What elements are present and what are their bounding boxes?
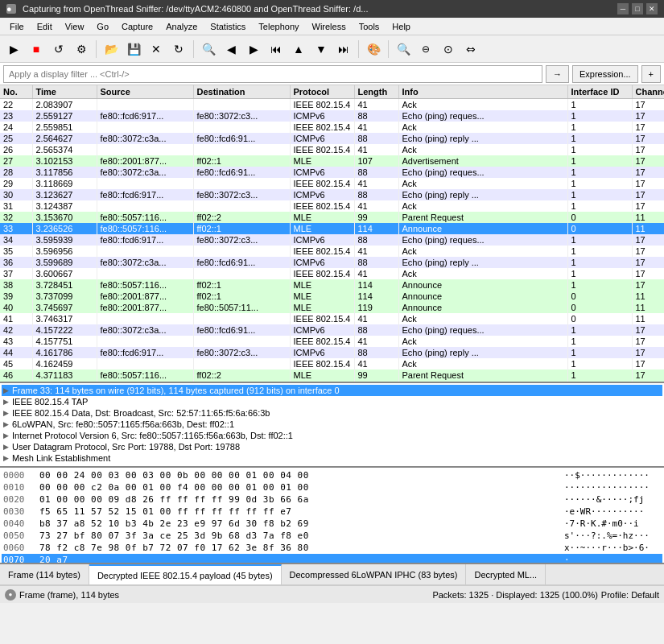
col-header-length[interactable]: Length xyxy=(354,85,398,99)
goto-first-button[interactable]: ⏮ xyxy=(266,39,287,60)
detail-row[interactable]: ▶IEEE 802.15.4 TAP xyxy=(2,396,662,407)
table-row[interactable]: 353.596956IEEE 802.15.441Ack117 xyxy=(0,246,664,257)
table-row[interactable]: 262.565374IEEE 802.15.441Ack117 xyxy=(0,144,664,155)
close-button[interactable]: ✕ xyxy=(646,3,658,14)
maximize-button[interactable]: □ xyxy=(632,3,643,14)
hex-row[interactable]: 001000 00 00 c2 0a 00 01 00 f4 00 00 00 … xyxy=(2,481,662,493)
goto-last-button[interactable]: ⏭ xyxy=(333,39,354,60)
next-packet-button[interactable]: ▶ xyxy=(243,39,264,60)
table-row[interactable]: 293.118669IEEE 802.15.441Ack117 xyxy=(0,178,664,189)
minimize-button[interactable]: ─ xyxy=(617,3,629,14)
col-header-channel[interactable]: Channel xyxy=(632,85,664,99)
col-header-info[interactable]: Info xyxy=(398,85,567,99)
filter-bar: → Expression... + xyxy=(0,63,664,85)
table-cell: 17 xyxy=(632,155,664,167)
table-row[interactable]: 333.236526fe80::5057:116...ff02::1MLE114… xyxy=(0,223,664,234)
zoom-reset-button[interactable]: ⊙ xyxy=(438,39,459,60)
table-row[interactable]: 242.559851IEEE 802.15.441Ack117 xyxy=(0,122,664,133)
reload-button[interactable]: ↻ xyxy=(168,39,189,60)
hex-row[interactable]: 006078 f2 c8 7e 98 0f b7 72 07 f0 17 62 … xyxy=(2,542,662,554)
col-header-time[interactable]: Time xyxy=(32,85,97,99)
detail-row[interactable]: ▶IEEE 802.15.4 Data, Dst: Broadcast, Src… xyxy=(2,407,662,419)
table-row[interactable]: 393.737099fe80::2001:877...ff02::1MLE114… xyxy=(0,291,664,302)
menu-item-analyze[interactable]: Analyze xyxy=(159,20,204,33)
table-row[interactable]: 413.746317IEEE 802.15.441Ack011 xyxy=(0,313,664,324)
detail-row[interactable]: ▶Mesh Link Establishment xyxy=(2,452,662,464)
start-capture-button[interactable]: ▶ xyxy=(3,39,24,60)
bottom-tab[interactable]: Decrypted IEEE 802.15.4 payload (45 byte… xyxy=(89,564,282,584)
table-row[interactable]: 283.117856fe80::3072:c3a...fe80::fcd6:91… xyxy=(0,167,664,178)
col-header-protocol[interactable]: Protocol xyxy=(290,85,354,99)
table-row[interactable]: 363.599689fe80::3072:c3a...fe80::fcd6:91… xyxy=(0,257,664,268)
detail-row[interactable]: ▶User Datagram Protocol, Src Port: 19788… xyxy=(2,441,662,452)
menu-item-statistics[interactable]: Statistics xyxy=(204,20,252,33)
table-row[interactable]: 373.600667IEEE 802.15.441Ack117 xyxy=(0,268,664,279)
restart-capture-button[interactable]: ↺ xyxy=(48,39,69,60)
table-cell: IEEE 802.15.4 xyxy=(290,178,354,189)
detail-arrow-icon: ▶ xyxy=(3,409,9,417)
resize-cols-button[interactable]: ⇔ xyxy=(460,39,481,60)
menu-item-tools[interactable]: Tools xyxy=(353,20,386,33)
hex-row[interactable]: 000000 00 24 00 03 00 03 00 0b 00 00 00 … xyxy=(2,469,662,481)
table-row[interactable]: 222.083907IEEE 802.15.441Ack117 xyxy=(0,99,664,111)
close-file-button[interactable]: ✕ xyxy=(146,39,167,60)
stop-capture-button[interactable]: ■ xyxy=(26,39,47,60)
add-filter-button[interactable]: + xyxy=(641,65,661,83)
table-row[interactable]: 444.161786fe80::fcd6:917...fe80::3072:c3… xyxy=(0,347,664,358)
table-row[interactable]: 424.157222fe80::3072:c3a...fe80::fcd6:91… xyxy=(0,324,664,336)
hex-row[interactable]: 0030f5 65 11 57 52 15 01 00 ff ff ff ff … xyxy=(2,506,662,518)
table-row[interactable]: 343.595939fe80::fcd6:917...fe80::3072:c3… xyxy=(0,234,664,246)
table-row[interactable]: 273.102153fe80::2001:877...ff02::1MLE107… xyxy=(0,155,664,167)
hex-row[interactable]: 007020 a7 · xyxy=(2,554,662,564)
table-row[interactable]: 454.162459IEEE 802.15.441Ack117 xyxy=(0,358,664,369)
col-header-destination[interactable]: Destination xyxy=(193,85,290,99)
table-row[interactable]: 464.371183fe80::5057:116...ff02::2MLE99P… xyxy=(0,369,664,381)
col-header-no[interactable]: No. xyxy=(0,85,32,99)
filter-input[interactable] xyxy=(3,65,542,83)
col-header-interface[interactable]: Interface ID xyxy=(567,85,632,99)
table-cell xyxy=(97,122,193,133)
table-row[interactable]: 323.153670fe80::5057:116...ff02::2MLE99P… xyxy=(0,212,664,223)
hex-row[interactable]: 002001 00 00 00 09 d8 26 ff ff ff ff 99 … xyxy=(2,493,662,506)
menu-item-wireless[interactable]: Wireless xyxy=(306,20,353,33)
table-cell: 88 xyxy=(354,257,398,268)
zoom-out-button[interactable]: ⊖ xyxy=(415,39,436,60)
goto-next-button[interactable]: ▼ xyxy=(311,39,332,60)
filter-arrow-button[interactable]: → xyxy=(546,65,569,83)
detail-row[interactable]: ▶Internet Protocol Version 6, Src: fe80:… xyxy=(2,430,662,441)
bottom-tab[interactable]: Frame (114 bytes) xyxy=(0,564,89,584)
colorize-button[interactable]: 🎨 xyxy=(363,39,384,60)
zoom-in-button[interactable]: 🔍 xyxy=(393,39,414,60)
col-header-source[interactable]: Source xyxy=(97,85,193,99)
menu-item-file[interactable]: File xyxy=(3,20,31,33)
hex-row[interactable]: 0040b8 37 a8 52 10 b3 4b 2e 23 e9 97 6d … xyxy=(2,518,662,530)
open-file-button[interactable]: 📂 xyxy=(101,39,122,60)
table-row[interactable]: 403.745697fe80::2001:877...fe80::5057:11… xyxy=(0,302,664,313)
save-file-button[interactable]: 💾 xyxy=(123,39,144,60)
table-row[interactable]: 383.728451fe80::5057:116...ff02::1MLE114… xyxy=(0,279,664,291)
table-row[interactable]: 434.157751IEEE 802.15.441Ack117 xyxy=(0,336,664,347)
prev-packet-button[interactable]: ◀ xyxy=(221,39,241,60)
menu-item-edit[interactable]: Edit xyxy=(31,20,59,33)
table-row[interactable]: 303.123627fe80::fcd6:917...fe80::3072:c3… xyxy=(0,189,664,200)
table-row[interactable]: 313.124387IEEE 802.15.441Ack117 xyxy=(0,200,664,212)
menu-item-capture[interactable]: Capture xyxy=(115,20,159,33)
find-packet-button[interactable]: 🔍 xyxy=(198,39,219,60)
menu-item-view[interactable]: View xyxy=(59,20,91,33)
table-row[interactable]: 232.559127fe80::fcd6:917...fe80::3072:c3… xyxy=(0,110,664,122)
hex-row[interactable]: 005073 27 bf 80 07 3f 3a ce 25 3d 9b 68 … xyxy=(2,530,662,542)
bottom-tab[interactable]: Decompressed 6LoWPAN IPHC (83 bytes) xyxy=(282,564,467,584)
menu-item-go[interactable]: Go xyxy=(90,20,115,33)
goto-prev-button[interactable]: ▲ xyxy=(288,39,309,60)
menu-item-help[interactable]: Help xyxy=(386,20,417,33)
expression-button[interactable]: Expression... xyxy=(572,65,638,83)
table-row[interactable]: 252.564627fe80::3072:c3a...fe80::fcd6:91… xyxy=(0,133,664,144)
capture-options-button[interactable]: ⚙ xyxy=(71,39,92,60)
packet-list[interactable]: No. Time Source Destination Protocol Len… xyxy=(0,85,664,383)
detail-row[interactable]: ▶Frame 33: 114 bytes on wire (912 bits),… xyxy=(2,385,662,396)
bottom-tab[interactable]: Decrypted ML... xyxy=(466,564,546,584)
detail-row[interactable]: ▶6LoWPAN, Src: fe80::5057:1165:f56a:663b… xyxy=(2,419,662,430)
hex-offset: 0020 xyxy=(3,494,39,505)
toolbar-separator-1 xyxy=(96,40,97,58)
menu-item-telephony[interactable]: Telephony xyxy=(252,20,305,33)
